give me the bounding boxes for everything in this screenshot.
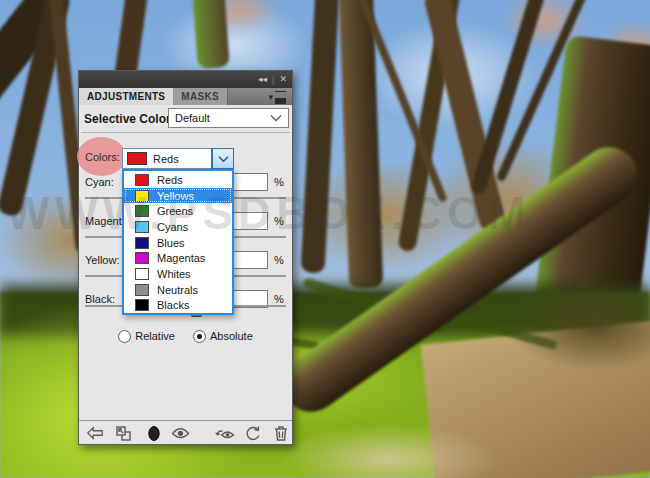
titlebar-separator: |	[272, 75, 274, 85]
colors-label: Colors:	[85, 151, 120, 163]
dropdown-item-reds[interactable]: Reds	[124, 172, 232, 188]
chevron-down-icon	[270, 112, 282, 124]
blacks-swatch	[135, 299, 149, 311]
blues-swatch	[135, 237, 149, 249]
colors-dropdown-control[interactable]: Reds	[122, 148, 234, 169]
dropdown-item-label: Blues	[157, 237, 185, 249]
radio-circle-selected-icon	[193, 330, 206, 343]
method-radio-group: Relative Absolute	[79, 327, 292, 345]
cyan-unit: %	[274, 176, 284, 188]
colors-dropdown-button[interactable]	[212, 149, 233, 168]
adjustments-panel: ◂◂ | ✕ ADJUSTMENTS MASKS ▾ Selective Col…	[78, 70, 293, 445]
expanded-view-button[interactable]	[114, 424, 134, 442]
dropdown-item-label: Yellows	[157, 190, 194, 202]
cyans-swatch	[135, 221, 149, 233]
reds-swatch	[127, 152, 147, 165]
view-previous-state-button[interactable]	[215, 424, 235, 442]
panel-titlebar: ◂◂ | ✕	[79, 71, 292, 88]
preset-value: Default	[175, 112, 210, 124]
whites-swatch	[135, 268, 149, 280]
reset-button[interactable]	[243, 424, 263, 442]
greens-swatch	[135, 205, 149, 217]
reset-arrow-icon	[245, 425, 261, 441]
eye-icon	[171, 427, 190, 440]
dropdown-item-label: Greens	[157, 205, 193, 217]
dropdown-item-label: Reds	[157, 174, 183, 186]
dropdown-item-blues[interactable]: Blues	[124, 235, 232, 251]
return-to-adjustment-list-button[interactable]	[85, 424, 105, 442]
panel-body: Selective Color Default Colors: Cyan: % …	[79, 105, 292, 444]
dropdown-item-label: Whites	[157, 268, 191, 280]
dropdown-item-label: Cyans	[157, 221, 188, 233]
close-panel-icon[interactable]: ✕	[279, 75, 287, 84]
dropdown-item-cyans[interactable]: Cyans	[124, 219, 232, 235]
black-unit: %	[274, 293, 284, 305]
back-arrow-icon	[86, 426, 104, 440]
relative-radio[interactable]: Relative	[118, 327, 175, 345]
panel-toolbar	[79, 420, 292, 444]
neutrals-swatch	[135, 284, 149, 296]
relative-label: Relative	[135, 330, 175, 342]
absolute-radio[interactable]: Absolute	[193, 327, 253, 345]
dropdown-item-magentas[interactable]: Magentas	[124, 250, 232, 266]
absolute-label: Absolute	[210, 330, 253, 342]
clip-to-layer-button[interactable]	[144, 424, 164, 442]
tab-adjustments[interactable]: ADJUSTMENTS	[79, 88, 173, 105]
previous-state-eye-icon	[215, 426, 235, 441]
yellow-unit: %	[274, 254, 284, 266]
dropdown-item-label: Magentas	[157, 252, 205, 264]
selective-color-title: Selective Color	[84, 112, 171, 126]
tree-trunk	[192, 0, 230, 69]
colors-selected-value: Reds	[153, 153, 179, 165]
expand-panel-icon	[115, 425, 133, 441]
dropdown-item-label: Neutrals	[157, 284, 198, 296]
panel-tabbar: ADJUSTMENTS MASKS ▾	[79, 88, 292, 105]
divider	[81, 132, 290, 133]
radio-circle-icon	[118, 330, 131, 343]
yellows-swatch	[135, 190, 149, 202]
screenshot-stage: WWW.PSDBOX.COM ◂◂ | ✕ ADJUSTMENTS MASKS …	[0, 0, 650, 478]
collapse-panel-icon[interactable]: ◂◂	[258, 75, 267, 84]
dropdown-item-whites[interactable]: Whites	[124, 266, 232, 282]
toggle-visibility-button[interactable]	[170, 424, 190, 442]
dropdown-item-greens[interactable]: Greens	[124, 203, 232, 219]
colors-dropdown-list: Reds Yellows Greens Cyans Blues	[122, 169, 234, 315]
magentas-swatch	[135, 252, 149, 264]
dropdown-item-blacks[interactable]: Blacks	[124, 298, 232, 314]
delete-adjustment-button[interactable]	[271, 424, 291, 442]
dropdown-item-label: Blacks	[157, 299, 189, 311]
trash-icon	[274, 425, 288, 441]
black-label: Black:	[85, 293, 115, 305]
magenta-unit: %	[274, 215, 284, 227]
cyan-label: Cyan:	[85, 176, 114, 188]
dropdown-item-neutrals[interactable]: Neutrals	[124, 282, 232, 298]
clip-ellipse-icon	[147, 425, 161, 442]
tab-masks[interactable]: MASKS	[173, 88, 228, 105]
yellow-label: Yellow:	[85, 254, 119, 266]
preset-select[interactable]: Default	[168, 108, 289, 128]
dropdown-item-yellows[interactable]: Yellows	[124, 188, 232, 204]
panel-menu-icon[interactable]: ▾	[268, 88, 292, 105]
reds-swatch	[135, 174, 149, 186]
